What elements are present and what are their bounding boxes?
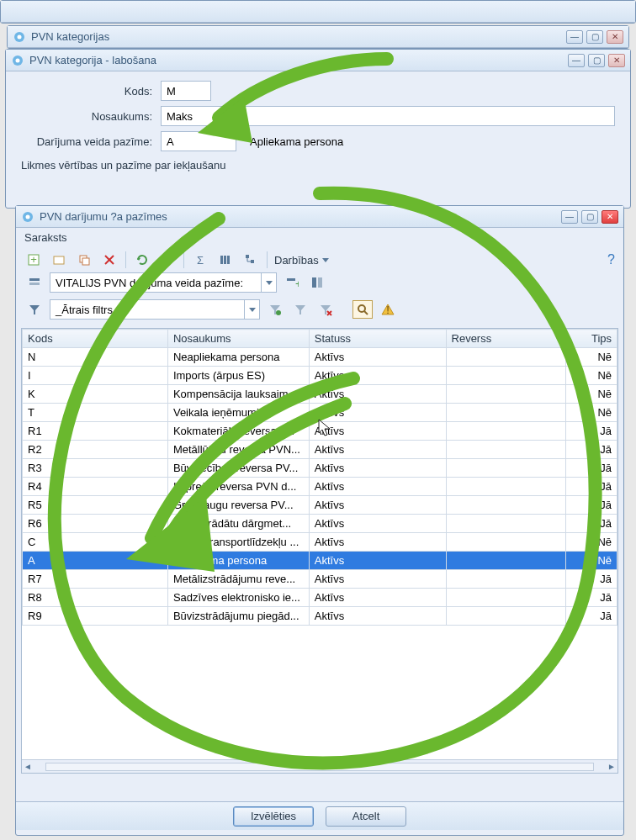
col-name[interactable]: Nosaukums [167,330,309,348]
table-row[interactable]: R5Graudaugu reversa PV...AktīvsJā [23,496,617,515]
cell-name[interactable]: Neapstrādātu dārgmet... [167,515,309,533]
field-name[interactable]: Maks [161,106,615,126]
cell-name[interactable]: IT preču reversa PVN d... [167,478,309,496]
maximize-button[interactable]: ▢ [581,210,598,224]
cell-reverse[interactable] [446,441,565,459]
refresh-icon[interactable] [133,251,151,269]
cell-name[interactable]: Vieglo transportlīdzekļu ... [167,533,309,552]
cell-reverse[interactable] [446,607,565,626]
view-combo[interactable]: VITALIJS PVN darījuma veida pazīme: [50,272,277,293]
cell-tips[interactable]: Jā [565,607,617,626]
filter-apply-icon[interactable] [265,300,285,319]
table-row[interactable]: R2Metāllūžņu reversa PVN...AktīvsJā [23,441,617,459]
cell-name[interactable]: Metālizstrādājumu reve... [167,570,309,589]
col-status[interactable]: Statuss [309,330,446,348]
minimize-button[interactable]: — [566,30,583,44]
field-code[interactable]: M [161,81,211,101]
cell-name[interactable]: Apliekama persona [167,552,309,570]
cell-code[interactable]: R2 [23,441,168,459]
field-mark-code[interactable]: A [161,131,236,151]
cell-name[interactable]: Sadzīves elektronisko ie... [167,589,309,607]
close-button[interactable]: ✕ [607,30,623,44]
cell-name[interactable]: Graudaugu reversa PV... [167,496,309,515]
close-button[interactable]: ✕ [608,54,625,67]
cell-reverse[interactable] [446,404,565,422]
filter-combo[interactable]: _Ātrais filtrs_ [50,299,260,320]
tree-icon[interactable] [241,251,260,269]
cell-status[interactable]: Aktīvs [309,515,446,533]
table-row[interactable]: R1Kokmateriālu reversa P...AktīvsJā [23,422,617,441]
cell-reverse[interactable] [446,515,565,533]
scroll-track[interactable] [45,763,594,771]
print-icon[interactable] [158,251,177,269]
help-icon[interactable]: ? [607,252,615,267]
cell-tips[interactable]: Jā [565,515,617,533]
table-row[interactable]: R6Neapstrādātu dārgmet...AktīvsJā [23,515,617,533]
cell-tips[interactable]: Jā [565,422,617,441]
titlebar-kategorijas[interactable]: PVN kategorijas — ▢ ✕ [8,26,628,48]
find-icon[interactable] [352,300,373,319]
cell-code[interactable]: R9 [23,607,168,626]
table-row[interactable]: R9Būvizstrādājumu piegād...AktīvsJā [23,607,617,626]
cell-tips[interactable]: Jā [565,496,617,515]
cell-tips[interactable]: Nē [565,367,617,385]
col-code[interactable]: Kods [23,330,168,348]
columns-icon[interactable] [216,251,235,269]
cell-tips[interactable]: Jā [565,478,617,496]
cell-status[interactable]: Aktīvs [309,478,446,496]
chevron-down-icon[interactable] [261,273,276,292]
cell-name[interactable]: Veikala ieņēmumi [167,404,309,422]
table-row[interactable]: R3Būvniecības reversa PV...AktīvsJā [23,459,617,478]
cell-status[interactable]: Aktīvs [309,348,446,367]
table-row[interactable]: NNeapliekama personaAktīvsNē [23,348,617,367]
maximize-button[interactable]: ▢ [586,30,603,44]
new-icon[interactable]: + [24,251,43,269]
col-tips[interactable]: Tips [565,330,617,348]
filter-warning-icon[interactable]: ! [378,300,398,319]
cell-status[interactable]: Aktīvs [309,533,446,552]
minimize-button[interactable]: — [568,54,585,67]
cell-reverse[interactable] [446,589,565,607]
filter-clear-icon[interactable] [315,300,336,319]
cell-reverse[interactable] [446,478,565,496]
menu-saraksts[interactable]: Saraksts [24,231,67,244]
cell-code[interactable]: T [23,404,168,422]
view-config-icon[interactable] [307,273,327,292]
cell-name[interactable]: Imports (ārpus ES) [167,367,309,385]
cell-tips[interactable]: Nē [565,385,617,404]
cell-tips[interactable]: Nē [565,404,617,422]
cell-code[interactable]: R3 [23,459,168,478]
cell-status[interactable]: Aktīvs [309,496,446,515]
table-row[interactable]: R7Metālizstrādājumu reve...AktīvsJā [23,570,617,589]
cell-code[interactable]: I [23,367,168,385]
cell-status[interactable]: Aktīvs [309,367,446,385]
cancel-button[interactable]: Atcelt [326,806,406,827]
cell-code[interactable]: R1 [23,422,168,441]
close-button[interactable]: ✕ [602,210,618,224]
cell-reverse[interactable] [446,496,565,515]
cell-status[interactable]: Aktīvs [309,570,446,589]
cell-name[interactable]: Kompensācija lauksaim... [167,385,309,404]
table-row[interactable]: R8Sadzīves elektronisko ie...AktīvsJā [23,589,617,607]
cell-reverse[interactable] [446,570,565,589]
cell-name[interactable]: Metāllūžņu reversa PVN... [167,441,309,459]
cell-code[interactable]: R5 [23,496,168,515]
cell-tips[interactable]: Nē [565,552,617,570]
cell-reverse[interactable] [446,348,565,367]
copy-icon[interactable] [75,251,93,269]
cell-status[interactable]: Aktīvs [309,459,446,478]
cell-code[interactable]: A [23,552,168,570]
cell-code[interactable]: K [23,385,168,404]
cell-tips[interactable]: Nē [565,533,617,552]
cell-reverse[interactable] [446,385,565,404]
cell-name[interactable]: Būvizstrādājumu piegād... [167,607,309,626]
table-row[interactable]: AApliekama personaAktīvsNē [23,552,617,570]
scroll-left-icon[interactable]: ◄ [22,762,34,771]
cell-code[interactable]: R4 [23,478,168,496]
cell-status[interactable]: Aktīvs [309,552,446,570]
cell-code[interactable]: R8 [23,589,168,607]
scroll-right-icon[interactable]: ► [606,762,617,771]
cell-tips[interactable]: Jā [565,570,617,589]
cell-name[interactable]: Neapliekama persona [167,348,309,367]
cell-status[interactable]: Aktīvs [309,607,446,626]
